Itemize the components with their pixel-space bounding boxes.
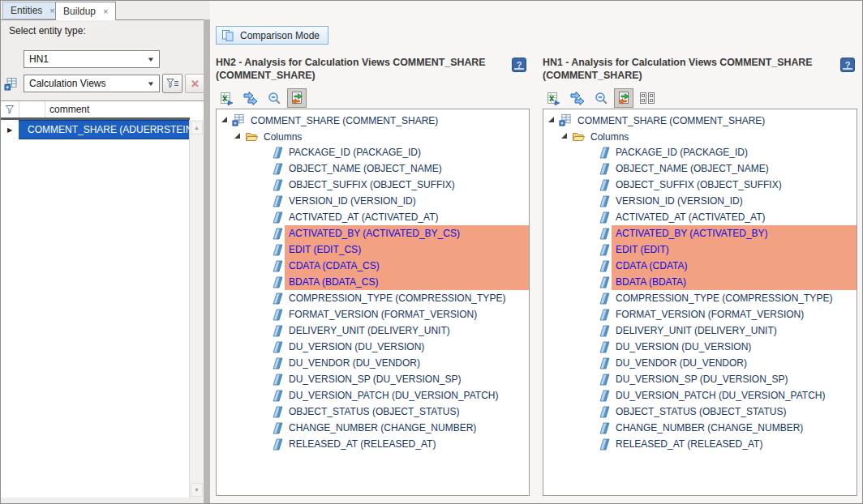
clear-filter-button[interactable]: ✕	[185, 74, 205, 93]
tree-folder-columns[interactable]: Columns	[543, 128, 857, 144]
tree-item[interactable]: CHANGE_NUMBER (CHANGE_NUMBER)	[543, 420, 857, 436]
tab-close-icon[interactable]: ×	[103, 7, 108, 16]
tree-root[interactable]: COMMENT_SHARE (COMMENT_SHARE)	[217, 112, 529, 128]
tree-item[interactable]: EDIT (EDIT_CS)	[217, 241, 529, 258]
scroll-down-button[interactable]: ▼	[191, 483, 203, 497]
tree-item[interactable]: ACTIVATED_BY (ACTIVATED_BY)	[543, 225, 857, 241]
tree-item[interactable]: ACTIVATED_BY (ACTIVATED_BY_CS)	[217, 225, 529, 241]
tree-item-label: DU_VERSION (DU_VERSION)	[612, 339, 857, 355]
sidebar-splitter[interactable]	[204, 19, 210, 503]
help-button[interactable]: ?	[512, 58, 526, 72]
view-type-select[interactable]: Calculation Views ▼	[24, 75, 160, 92]
excel-export-icon	[219, 92, 234, 105]
zoom-out-button[interactable]	[590, 88, 610, 108]
tree-item[interactable]: DU_VERSION (DU_VERSION)	[543, 339, 857, 355]
tree-item[interactable]: VERSION_ID (VERSION_ID)	[217, 193, 529, 209]
tree-item-label: OBJECT_NAME (OBJECT_NAME)	[612, 160, 857, 177]
table-row[interactable]: ▶ COMMENT_SHARE (ADUERRSTEIN_T	[1, 120, 190, 139]
tab-close-icon[interactable]: ×	[49, 6, 54, 15]
tree-item-label: PACKAGE_ID (PACKAGE_ID)	[285, 144, 529, 160]
tree-item[interactable]: DU_VERSION (DU_VERSION)	[217, 339, 529, 355]
tab-entities[interactable]: Entities ×	[2, 2, 63, 19]
tree-item-label: OBJECT_SUFFIX (OBJECT_SUFFIX)	[612, 177, 857, 193]
zoom-out-icon	[267, 92, 281, 105]
tree-item[interactable]: RELEASED_AT (RELEASED_AT)	[543, 436, 857, 452]
column-icon	[599, 179, 610, 191]
tree-item[interactable]: ACTIVATED_AT (ACTIVATED_AT)	[543, 209, 857, 225]
pages-icon	[221, 29, 234, 41]
tree-item[interactable]: BDATA (BDATA)	[543, 274, 857, 290]
tree-item[interactable]: VERSION_ID (VERSION_ID)	[543, 193, 857, 209]
tree-item[interactable]: DU_VERSION_SP (DU_VERSION_SP)	[543, 371, 857, 387]
expand-twisty-icon[interactable]	[234, 133, 240, 139]
view-type-select-value: Calculation Views	[29, 78, 106, 89]
layout-switch-button[interactable]	[638, 88, 657, 108]
compare-mode-toggle[interactable]	[287, 88, 307, 108]
tree-item[interactable]: CHANGE_NUMBER (CHANGE_NUMBER)	[217, 420, 529, 436]
tab-buildup[interactable]: Buildup ×	[55, 2, 116, 20]
tree-item-label: VERSION_ID (VERSION_ID)	[285, 193, 529, 209]
tree-item[interactable]: OBJECT_STATUS (OBJECT_STATUS)	[543, 404, 857, 420]
transfer-data-button[interactable]	[240, 88, 260, 108]
tree-item[interactable]: DU_VERSION_SP (DU_VERSION_SP)	[217, 371, 529, 387]
tree-root[interactable]: COMMENT_SHARE (COMMENT_SHARE)	[543, 112, 857, 128]
column-icon	[599, 163, 610, 175]
tree-item[interactable]: PACKAGE_ID (PACKAGE_ID)	[543, 144, 857, 160]
tree-item-label: PACKAGE_ID (PACKAGE_ID)	[612, 144, 857, 160]
tree-item[interactable]: OBJECT_SUFFIX (OBJECT_SUFFIX)	[217, 177, 529, 193]
tree-item[interactable]: ACTIVATED_AT (ACTIVATED_AT)	[217, 209, 529, 225]
tree-item[interactable]: BDATA (BDATA_CS)	[217, 274, 529, 290]
tree-panel-hn2: COMMENT_SHARE (COMMENT_SHARE) Columns PA…	[216, 109, 530, 496]
open-folder-icon	[245, 130, 259, 143]
filter-button[interactable]	[162, 74, 182, 93]
expand-twisty-icon[interactable]	[221, 117, 227, 122]
tree-item[interactable]: DELIVERY_UNIT (DELIVERY_UNIT)	[217, 322, 529, 339]
tree-item-label: DU_VERSION_PATCH (DU_VERSION_PATCH)	[285, 387, 529, 404]
tree-item[interactable]: EDIT (EDIT)	[543, 241, 857, 258]
tree-item[interactable]: DU_VENDOR (DU_VENDOR)	[543, 355, 857, 371]
tree-item[interactable]: DU_VERSION_PATCH (DU_VERSION_PATCH)	[543, 387, 857, 404]
zoom-out-button[interactable]	[264, 88, 283, 108]
tree-item[interactable]: OBJECT_NAME (OBJECT_NAME)	[217, 160, 529, 177]
tree-item-label: OBJECT_STATUS (OBJECT_STATUS)	[285, 404, 529, 420]
filter-column-header[interactable]	[1, 101, 19, 117]
expand-twisty-icon[interactable]	[561, 133, 567, 139]
transfer-data-button[interactable]	[567, 88, 586, 108]
tree-item-label: DELIVERY_UNIT (DELIVERY_UNIT)	[285, 322, 529, 339]
tree-item[interactable]: OBJECT_SUFFIX (OBJECT_SUFFIX)	[543, 177, 857, 193]
tree-item[interactable]: COMPRESSION_TYPE (COMPRESSION_TYPE)	[543, 290, 857, 306]
expand-twisty-icon[interactable]	[548, 117, 554, 122]
tree-item[interactable]: DELIVERY_UNIT (DELIVERY_UNIT)	[543, 322, 857, 339]
tree-item[interactable]: CDATA (CDATA_CS)	[217, 258, 529, 274]
compare-mode-toggle[interactable]	[614, 88, 633, 108]
tree-item-label: DU_VERSION (DU_VERSION)	[285, 339, 529, 355]
tree-item[interactable]: DU_VERSION_PATCH (DU_VERSION_PATCH)	[217, 387, 529, 404]
comparison-mode-button[interactable]: Comparison Mode	[216, 26, 328, 45]
tree-item-label: RELEASED_AT (RELEASED_AT)	[612, 436, 857, 452]
help-icon-stripe	[843, 68, 852, 70]
tree-item[interactable]: FORMAT_VERSION (FORMAT_VERSION)	[543, 306, 857, 322]
help-button[interactable]: ?	[840, 58, 855, 72]
comment-column-header[interactable]: comment	[45, 101, 190, 117]
column-icon	[273, 438, 283, 451]
layout-grid-icon	[639, 92, 655, 105]
row-marker-icon: ▶	[1, 120, 19, 139]
system-select[interactable]: HN1 ▼	[24, 50, 160, 68]
tree-item-label: ACTIVATED_BY (ACTIVATED_BY_CS)	[285, 225, 529, 241]
tree-item[interactable]: COMPRESSION_TYPE (COMPRESSION_TYPE)	[217, 290, 529, 306]
column-icon	[273, 325, 283, 337]
tree-item[interactable]: OBJECT_STATUS (OBJECT_STATUS)	[217, 404, 529, 420]
tree-folder-columns[interactable]: Columns	[217, 128, 529, 144]
tree-item[interactable]: DU_VENDOR (DU_VENDOR)	[217, 355, 529, 371]
selected-entity-row[interactable]: COMMENT_SHARE (ADUERRSTEIN_T	[19, 120, 190, 139]
tree-item[interactable]: RELEASED_AT (RELEASED_AT)	[217, 436, 529, 452]
tree-item-label: DU_VERSION_PATCH (DU_VERSION_PATCH)	[612, 387, 857, 404]
tree-item[interactable]: PACKAGE_ID (PACKAGE_ID)	[217, 144, 529, 160]
tree-item[interactable]: CDATA (CDATA)	[543, 258, 857, 274]
excel-export-button[interactable]	[543, 88, 563, 108]
tree-item[interactable]: OBJECT_NAME (OBJECT_NAME)	[543, 160, 857, 177]
scroll-up-button[interactable]: ▲	[191, 121, 203, 135]
tree-item[interactable]: FORMAT_VERSION (FORMAT_VERSION)	[217, 306, 529, 322]
excel-export-button[interactable]	[217, 88, 236, 108]
table-scrollbar[interactable]: ▲ ▼	[189, 120, 204, 498]
